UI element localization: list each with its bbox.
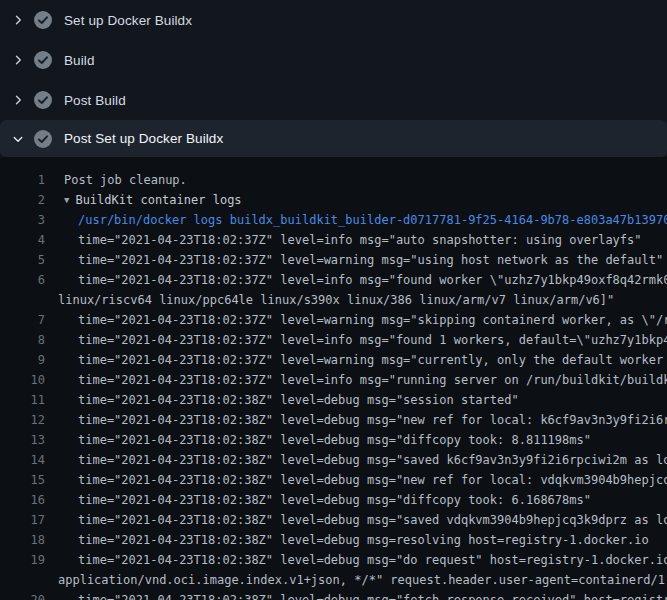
log-line-text: /usr/bin/docker logs buildx_buildkit_bui… bbox=[78, 210, 667, 230]
log-line[interactable]: 11 time="2021-04-23T18:02:38Z" level=deb… bbox=[0, 390, 667, 410]
log-line-number[interactable]: 3 bbox=[0, 210, 45, 230]
log-line[interactable]: 7 time="2021-04-23T18:02:37Z" level=warn… bbox=[0, 310, 667, 330]
log-line[interactable]: 8 time="2021-04-23T18:02:37Z" level=info… bbox=[0, 330, 667, 350]
log-line[interactable]: 4 time="2021-04-23T18:02:37Z" level=info… bbox=[0, 230, 667, 250]
log-line-number[interactable]: 5 bbox=[0, 250, 45, 270]
step-post-set-up-docker-buildx[interactable]: Post Set up Docker Buildx bbox=[0, 120, 667, 157]
log-line-text: time="2021-04-23T18:02:38Z" level=debug … bbox=[78, 590, 667, 600]
log-line-text: time="2021-04-23T18:02:38Z" level=debug … bbox=[78, 510, 667, 530]
log-viewer[interactable]: 1 Post job cleanup. 2 ▼ BuildKit contain… bbox=[0, 157, 667, 600]
log-line-number[interactable]: 6 bbox=[0, 270, 45, 290]
log-line[interactable]: 10 time="2021-04-23T18:02:37Z" level=inf… bbox=[0, 370, 667, 390]
chevron-right-icon[interactable] bbox=[10, 52, 26, 68]
log-line-text: time="2021-04-23T18:02:38Z" level=debug … bbox=[78, 410, 667, 430]
log-line-text: time="2021-04-23T18:02:37Z" level=info m… bbox=[78, 330, 667, 350]
log-line-number[interactable]: 15 bbox=[0, 470, 45, 490]
log-line[interactable]: 16 time="2021-04-23T18:02:38Z" level=deb… bbox=[0, 490, 667, 510]
log-line[interactable]: 12 time="2021-04-23T18:02:38Z" level=deb… bbox=[0, 410, 667, 430]
log-line-text: Post job cleanup. bbox=[64, 170, 187, 190]
log-line-text: application/vnd.oci.image.index.v1+json,… bbox=[58, 570, 667, 590]
log-line[interactable]: application/vnd.oci.image.index.v1+json,… bbox=[0, 570, 667, 590]
log-line-number[interactable]: 19 bbox=[0, 550, 45, 570]
step-post-build[interactable]: Post Build bbox=[0, 80, 667, 120]
log-line-number[interactable]: 2 bbox=[0, 190, 45, 210]
chevron-down-icon[interactable] bbox=[10, 131, 26, 147]
log-line-number[interactable]: 9 bbox=[0, 350, 45, 370]
log-line[interactable]: 15 time="2021-04-23T18:02:38Z" level=deb… bbox=[0, 470, 667, 490]
log-line-text: linux/riscv64 linux/ppc64le linux/s390x … bbox=[58, 290, 614, 310]
log-line-text: time="2021-04-23T18:02:38Z" level=debug … bbox=[78, 390, 519, 410]
log-line-number[interactable]: 1 bbox=[0, 170, 45, 190]
step-set-up-docker-buildx[interactable]: Set up Docker Buildx bbox=[0, 0, 667, 40]
log-line-text: time="2021-04-23T18:02:37Z" level=warnin… bbox=[78, 350, 667, 370]
check-circle-icon bbox=[34, 11, 52, 29]
check-circle-icon bbox=[34, 91, 52, 109]
log-line[interactable]: 19 time="2021-04-23T18:02:38Z" level=deb… bbox=[0, 550, 667, 570]
log-line[interactable]: 9 time="2021-04-23T18:02:37Z" level=warn… bbox=[0, 350, 667, 370]
log-line-text: time="2021-04-23T18:02:38Z" level=debug … bbox=[78, 490, 591, 510]
log-line[interactable]: 3 /usr/bin/docker logs buildx_buildkit_b… bbox=[0, 210, 667, 230]
log-line[interactable]: 18 time="2021-04-23T18:02:38Z" level=deb… bbox=[0, 530, 667, 550]
log-line[interactable]: 20 time="2021-04-23T18:02:38Z" level=deb… bbox=[0, 590, 667, 600]
log-line-text: time="2021-04-23T18:02:37Z" level=info m… bbox=[78, 270, 667, 290]
group-toggle-icon[interactable]: ▼ bbox=[64, 190, 69, 210]
log-line-text: time="2021-04-23T18:02:37Z" level=info m… bbox=[78, 370, 667, 390]
chevron-right-icon[interactable] bbox=[10, 92, 26, 108]
log-line-text: time="2021-04-23T18:02:37Z" level=warnin… bbox=[78, 310, 667, 330]
log-line-number[interactable]: 14 bbox=[0, 450, 45, 470]
log-line[interactable]: 6 time="2021-04-23T18:02:37Z" level=info… bbox=[0, 270, 667, 290]
workflow-log-panel: Set up Docker Buildx Build Post Build bbox=[0, 0, 667, 600]
log-line-number[interactable]: 13 bbox=[0, 430, 45, 450]
log-line-text: time="2021-04-23T18:02:38Z" level=debug … bbox=[78, 450, 667, 470]
log-line-number[interactable]: 7 bbox=[0, 310, 45, 330]
chevron-right-icon[interactable] bbox=[10, 12, 26, 28]
log-line[interactable]: 17 time="2021-04-23T18:02:38Z" level=deb… bbox=[0, 510, 667, 530]
check-circle-icon bbox=[34, 51, 52, 69]
step-label: Post Set up Docker Buildx bbox=[64, 131, 223, 146]
log-line-text: BuildKit container logs bbox=[75, 190, 241, 210]
step-label: Post Build bbox=[64, 93, 126, 108]
steps-list: Set up Docker Buildx Build Post Build bbox=[0, 0, 667, 157]
log-line-number[interactable]: 8 bbox=[0, 330, 45, 350]
step-build[interactable]: Build bbox=[0, 40, 667, 80]
log-line-number[interactable] bbox=[0, 570, 45, 590]
log-line-text: time="2021-04-23T18:02:37Z" level=warnin… bbox=[78, 250, 663, 270]
log-line-number[interactable]: 10 bbox=[0, 370, 45, 390]
log-line-text: time="2021-04-23T18:02:38Z" level=debug … bbox=[78, 550, 667, 570]
log-line[interactable]: 1 Post job cleanup. bbox=[0, 170, 667, 190]
log-line-number[interactable]: 17 bbox=[0, 510, 45, 530]
log-line-text: time="2021-04-23T18:02:38Z" level=debug … bbox=[78, 530, 649, 550]
log-line-number[interactable]: 20 bbox=[0, 590, 45, 600]
log-line[interactable]: 14 time="2021-04-23T18:02:38Z" level=deb… bbox=[0, 450, 667, 470]
log-line-number[interactable]: 11 bbox=[0, 390, 45, 410]
check-circle-icon bbox=[34, 130, 52, 148]
log-line[interactable]: 13 time="2021-04-23T18:02:38Z" level=deb… bbox=[0, 430, 667, 450]
log-line-number[interactable]: 18 bbox=[0, 530, 45, 550]
log-line-number[interactable]: 12 bbox=[0, 410, 45, 430]
log-line-number[interactable]: 4 bbox=[0, 230, 45, 250]
step-label: Build bbox=[64, 53, 95, 68]
step-label: Set up Docker Buildx bbox=[64, 13, 192, 28]
log-line-text: time="2021-04-23T18:02:37Z" level=info m… bbox=[78, 230, 642, 250]
log-line-text: time="2021-04-23T18:02:38Z" level=debug … bbox=[78, 430, 591, 450]
log-line-number[interactable] bbox=[0, 290, 45, 310]
log-line-text: time="2021-04-23T18:02:38Z" level=debug … bbox=[78, 470, 667, 490]
log-line[interactable]: linux/riscv64 linux/ppc64le linux/s390x … bbox=[0, 290, 667, 310]
log-line-number[interactable]: 16 bbox=[0, 490, 45, 510]
log-line[interactable]: 5 time="2021-04-23T18:02:37Z" level=warn… bbox=[0, 250, 667, 270]
log-line[interactable]: 2 ▼ BuildKit container logs bbox=[0, 190, 667, 210]
